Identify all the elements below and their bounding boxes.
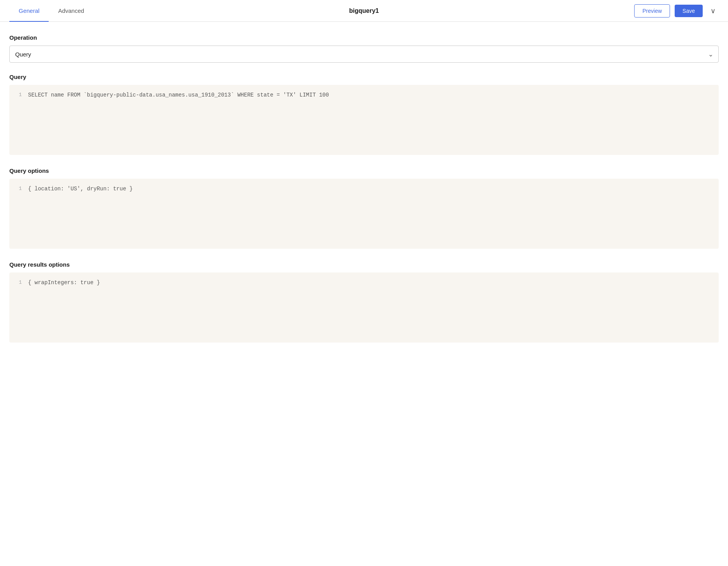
query-label: Query [9, 74, 719, 80]
line-number-results: 1 [9, 279, 28, 285]
save-button[interactable]: Save [675, 5, 703, 17]
code-line-results: 1 { wrapIntegers: true } [9, 279, 719, 287]
tab-advanced[interactable]: Advanced [49, 0, 93, 22]
tab-actions: Preview Save ∨ [634, 4, 719, 18]
chevron-down-icon[interactable]: ∨ [707, 5, 719, 17]
tab-bar: General Advanced bigquery1 Preview Save … [0, 0, 728, 22]
line-number-options: 1 [9, 186, 28, 192]
page-title: bigquery1 [349, 7, 379, 14]
code-line-1: 1 SELECT name FROM `bigquery-public-data… [9, 91, 719, 99]
line-number-1: 1 [9, 92, 28, 98]
operation-select-wrapper: Query Insert Update Delete ⌄ [9, 46, 719, 63]
query-results-code: { wrapIntegers: true } [28, 279, 100, 286]
tab-general[interactable]: General [9, 0, 49, 22]
query-results-editor[interactable]: 1 { wrapIntegers: true } [9, 272, 719, 343]
query-options-label: Query options [9, 167, 719, 174]
query-code: SELECT name FROM `bigquery-public-data.u… [28, 92, 329, 98]
query-options-code: { location: 'US', dryRun: true } [28, 186, 133, 192]
query-results-label: Query results options [9, 261, 719, 268]
query-editor[interactable]: 1 SELECT name FROM `bigquery-public-data… [9, 85, 719, 155]
operation-label: Operation [9, 34, 719, 41]
query-section: Query 1 SELECT name FROM `bigquery-publi… [9, 74, 719, 155]
query-results-section: Query results options 1 { wrapIntegers: … [9, 261, 719, 343]
query-options-editor[interactable]: 1 { location: 'US', dryRun: true } [9, 179, 719, 249]
code-line-options: 1 { location: 'US', dryRun: true } [9, 185, 719, 193]
query-options-section: Query options 1 { location: 'US', dryRun… [9, 167, 719, 249]
preview-button[interactable]: Preview [634, 4, 670, 18]
operation-section: Operation Query Insert Update Delete ⌄ [9, 34, 719, 63]
main-content: Operation Query Insert Update Delete ⌄ Q… [0, 22, 728, 367]
operation-select[interactable]: Query Insert Update Delete [9, 46, 719, 63]
